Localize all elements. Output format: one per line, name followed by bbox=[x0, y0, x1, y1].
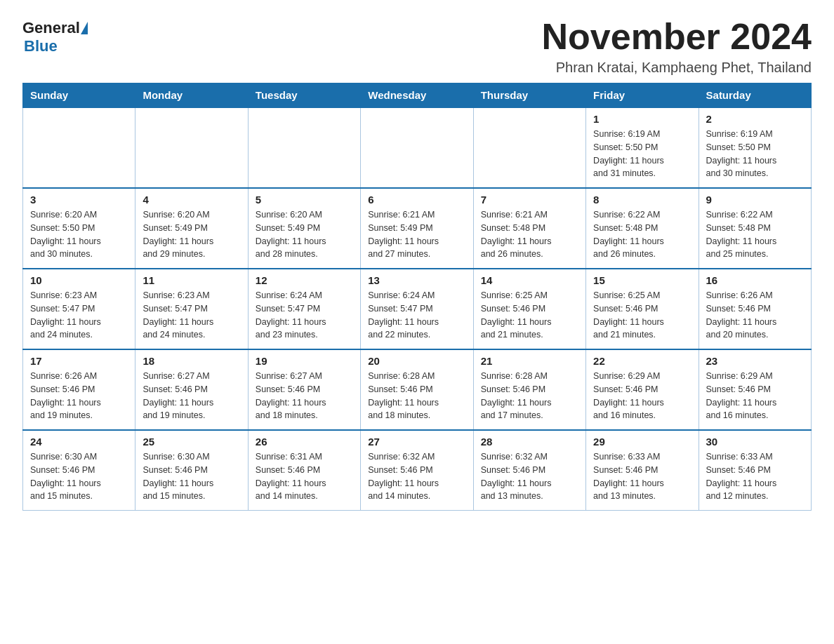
calendar-cell: 19Sunrise: 6:27 AM Sunset: 5:46 PM Dayli… bbox=[248, 349, 360, 430]
day-info: Sunrise: 6:23 AM Sunset: 5:47 PM Dayligh… bbox=[30, 289, 128, 342]
day-number: 26 bbox=[256, 436, 353, 448]
day-number: 1 bbox=[593, 113, 691, 125]
calendar-cell: 5Sunrise: 6:20 AM Sunset: 5:49 PM Daylig… bbox=[248, 188, 360, 269]
day-number: 28 bbox=[481, 436, 578, 448]
day-number: 7 bbox=[481, 194, 578, 206]
day-number: 2 bbox=[706, 113, 804, 125]
calendar-day-header: Friday bbox=[586, 83, 699, 108]
day-info: Sunrise: 6:28 AM Sunset: 5:46 PM Dayligh… bbox=[368, 370, 465, 422]
day-number: 22 bbox=[593, 355, 691, 367]
calendar-cell: 23Sunrise: 6:29 AM Sunset: 5:46 PM Dayli… bbox=[699, 349, 811, 430]
day-info: Sunrise: 6:24 AM Sunset: 5:47 PM Dayligh… bbox=[368, 289, 465, 342]
logo: General Blue bbox=[22, 17, 88, 55]
calendar-cell bbox=[23, 107, 135, 188]
day-number: 24 bbox=[30, 436, 128, 448]
calendar-cell: 9Sunrise: 6:22 AM Sunset: 5:48 PM Daylig… bbox=[699, 188, 811, 269]
title-block: November 2024 Phran Kratai, Kamphaeng Ph… bbox=[542, 17, 812, 76]
calendar-cell: 14Sunrise: 6:25 AM Sunset: 5:46 PM Dayli… bbox=[473, 269, 585, 349]
day-number: 8 bbox=[593, 194, 691, 206]
day-info: Sunrise: 6:26 AM Sunset: 5:46 PM Dayligh… bbox=[706, 289, 804, 342]
calendar-cell bbox=[248, 107, 360, 188]
calendar-cell: 2Sunrise: 6:19 AM Sunset: 5:50 PM Daylig… bbox=[699, 107, 811, 188]
day-info: Sunrise: 6:20 AM Sunset: 5:50 PM Dayligh… bbox=[30, 208, 128, 261]
day-info: Sunrise: 6:23 AM Sunset: 5:47 PM Dayligh… bbox=[143, 289, 240, 342]
calendar-cell: 12Sunrise: 6:24 AM Sunset: 5:47 PM Dayli… bbox=[248, 269, 360, 349]
month-title: November 2024 bbox=[542, 17, 812, 57]
calendar-day-header: Saturday bbox=[699, 83, 811, 108]
calendar-header-row: SundayMondayTuesdayWednesdayThursdayFrid… bbox=[23, 83, 812, 108]
day-info: Sunrise: 6:30 AM Sunset: 5:46 PM Dayligh… bbox=[143, 450, 240, 503]
day-info: Sunrise: 6:24 AM Sunset: 5:47 PM Dayligh… bbox=[256, 289, 353, 342]
calendar-cell: 29Sunrise: 6:33 AM Sunset: 5:46 PM Dayli… bbox=[586, 430, 699, 511]
calendar-cell: 11Sunrise: 6:23 AM Sunset: 5:47 PM Dayli… bbox=[135, 269, 248, 349]
calendar-day-header: Thursday bbox=[473, 83, 585, 108]
calendar-day-header: Wednesday bbox=[361, 83, 473, 108]
calendar-cell: 21Sunrise: 6:28 AM Sunset: 5:46 PM Dayli… bbox=[473, 349, 585, 430]
calendar-cell: 20Sunrise: 6:28 AM Sunset: 5:46 PM Dayli… bbox=[361, 349, 473, 430]
calendar-cell: 6Sunrise: 6:21 AM Sunset: 5:49 PM Daylig… bbox=[361, 188, 473, 269]
week-row: 24Sunrise: 6:30 AM Sunset: 5:46 PM Dayli… bbox=[23, 430, 812, 511]
calendar-cell: 17Sunrise: 6:26 AM Sunset: 5:46 PM Dayli… bbox=[23, 349, 135, 430]
day-number: 4 bbox=[143, 194, 240, 206]
day-info: Sunrise: 6:32 AM Sunset: 5:46 PM Dayligh… bbox=[368, 450, 465, 503]
logo-blue-text: Blue bbox=[24, 38, 58, 55]
calendar-cell: 1Sunrise: 6:19 AM Sunset: 5:50 PM Daylig… bbox=[586, 107, 699, 188]
day-number: 18 bbox=[143, 355, 240, 367]
day-number: 30 bbox=[706, 436, 804, 448]
week-row: 17Sunrise: 6:26 AM Sunset: 5:46 PM Dayli… bbox=[23, 349, 812, 430]
calendar-cell bbox=[135, 107, 248, 188]
calendar-table: SundayMondayTuesdayWednesdayThursdayFrid… bbox=[22, 83, 812, 511]
day-number: 3 bbox=[30, 194, 128, 206]
day-info: Sunrise: 6:20 AM Sunset: 5:49 PM Dayligh… bbox=[143, 208, 240, 261]
day-number: 5 bbox=[256, 194, 353, 206]
calendar-cell: 27Sunrise: 6:32 AM Sunset: 5:46 PM Dayli… bbox=[361, 430, 473, 511]
day-info: Sunrise: 6:32 AM Sunset: 5:46 PM Dayligh… bbox=[481, 450, 578, 503]
day-info: Sunrise: 6:29 AM Sunset: 5:46 PM Dayligh… bbox=[706, 370, 804, 422]
day-info: Sunrise: 6:33 AM Sunset: 5:46 PM Dayligh… bbox=[593, 450, 691, 503]
day-info: Sunrise: 6:25 AM Sunset: 5:46 PM Dayligh… bbox=[481, 289, 578, 342]
calendar-cell: 3Sunrise: 6:20 AM Sunset: 5:50 PM Daylig… bbox=[23, 188, 135, 269]
day-number: 16 bbox=[706, 274, 804, 286]
calendar-cell: 24Sunrise: 6:30 AM Sunset: 5:46 PM Dayli… bbox=[23, 430, 135, 511]
day-info: Sunrise: 6:19 AM Sunset: 5:50 PM Dayligh… bbox=[706, 128, 804, 180]
calendar-cell: 28Sunrise: 6:32 AM Sunset: 5:46 PM Dayli… bbox=[473, 430, 585, 511]
day-number: 17 bbox=[30, 355, 128, 367]
day-number: 10 bbox=[30, 274, 128, 286]
day-info: Sunrise: 6:30 AM Sunset: 5:46 PM Dayligh… bbox=[30, 450, 128, 503]
calendar-cell: 18Sunrise: 6:27 AM Sunset: 5:46 PM Dayli… bbox=[135, 349, 248, 430]
day-number: 29 bbox=[593, 436, 691, 448]
day-number: 25 bbox=[143, 436, 240, 448]
day-info: Sunrise: 6:26 AM Sunset: 5:46 PM Dayligh… bbox=[30, 370, 128, 422]
day-number: 11 bbox=[143, 274, 240, 286]
calendar-cell: 13Sunrise: 6:24 AM Sunset: 5:47 PM Dayli… bbox=[361, 269, 473, 349]
day-info: Sunrise: 6:27 AM Sunset: 5:46 PM Dayligh… bbox=[256, 370, 353, 422]
calendar-cell: 4Sunrise: 6:20 AM Sunset: 5:49 PM Daylig… bbox=[135, 188, 248, 269]
day-number: 12 bbox=[256, 274, 353, 286]
day-info: Sunrise: 6:21 AM Sunset: 5:48 PM Dayligh… bbox=[481, 208, 578, 261]
day-number: 21 bbox=[481, 355, 578, 367]
day-info: Sunrise: 6:19 AM Sunset: 5:50 PM Dayligh… bbox=[593, 128, 691, 180]
location-subtitle: Phran Kratai, Kamphaeng Phet, Thailand bbox=[542, 60, 812, 76]
calendar-day-header: Tuesday bbox=[248, 83, 360, 108]
week-row: 10Sunrise: 6:23 AM Sunset: 5:47 PM Dayli… bbox=[23, 269, 812, 349]
page-header: General Blue November 2024 Phran Kratai,… bbox=[22, 17, 812, 76]
day-info: Sunrise: 6:28 AM Sunset: 5:46 PM Dayligh… bbox=[481, 370, 578, 422]
day-number: 13 bbox=[368, 274, 465, 286]
calendar-cell: 15Sunrise: 6:25 AM Sunset: 5:46 PM Dayli… bbox=[586, 269, 699, 349]
week-row: 3Sunrise: 6:20 AM Sunset: 5:50 PM Daylig… bbox=[23, 188, 812, 269]
day-info: Sunrise: 6:20 AM Sunset: 5:49 PM Dayligh… bbox=[256, 208, 353, 261]
day-info: Sunrise: 6:22 AM Sunset: 5:48 PM Dayligh… bbox=[593, 208, 691, 261]
day-info: Sunrise: 6:27 AM Sunset: 5:46 PM Dayligh… bbox=[143, 370, 240, 422]
day-number: 27 bbox=[368, 436, 465, 448]
calendar-cell: 16Sunrise: 6:26 AM Sunset: 5:46 PM Dayli… bbox=[699, 269, 811, 349]
logo-general-text: General bbox=[22, 20, 80, 36]
week-row: 1Sunrise: 6:19 AM Sunset: 5:50 PM Daylig… bbox=[23, 107, 812, 188]
day-info: Sunrise: 6:22 AM Sunset: 5:48 PM Dayligh… bbox=[706, 208, 804, 261]
day-number: 9 bbox=[706, 194, 804, 206]
calendar-cell: 25Sunrise: 6:30 AM Sunset: 5:46 PM Dayli… bbox=[135, 430, 248, 511]
day-number: 14 bbox=[481, 274, 578, 286]
day-number: 23 bbox=[706, 355, 804, 367]
day-info: Sunrise: 6:21 AM Sunset: 5:49 PM Dayligh… bbox=[368, 208, 465, 261]
calendar-cell: 30Sunrise: 6:33 AM Sunset: 5:46 PM Dayli… bbox=[699, 430, 811, 511]
day-info: Sunrise: 6:29 AM Sunset: 5:46 PM Dayligh… bbox=[593, 370, 691, 422]
